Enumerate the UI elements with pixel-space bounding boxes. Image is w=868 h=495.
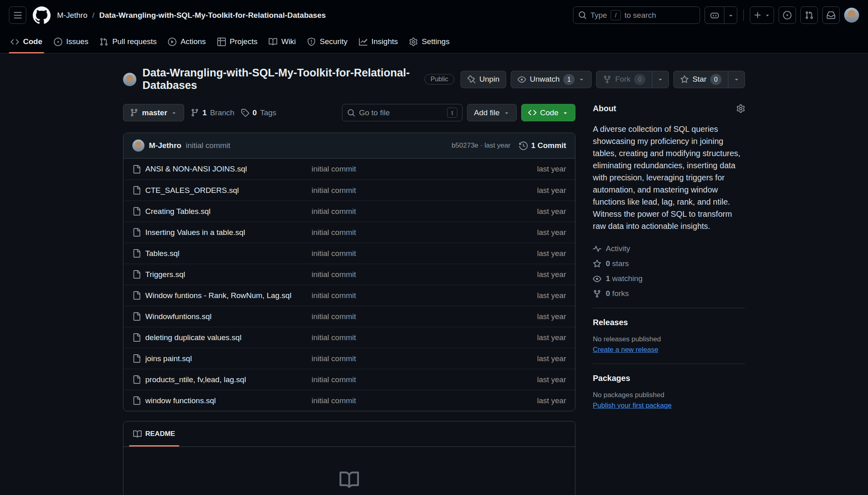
commit-history-link[interactable]: 1 Commit bbox=[519, 141, 566, 150]
tab-label: Projects bbox=[230, 37, 258, 46]
file-name-link[interactable]: Creating Tables.sql bbox=[145, 207, 307, 216]
breadcrumb-owner-link[interactable]: M-Jethro bbox=[57, 11, 87, 20]
file-name-link[interactable]: Triggers.sql bbox=[145, 270, 307, 279]
repo-actions: Unpin Unwatch 1 Fork 0 bbox=[461, 71, 745, 88]
file-commit-message-link[interactable]: initial commit bbox=[312, 291, 501, 300]
table-row: CTE_SALES_ORDERS.sql initial commit last… bbox=[123, 180, 575, 201]
file-name-link[interactable]: Windowfuntions.sql bbox=[145, 312, 307, 321]
tab-security[interactable]: Security bbox=[302, 30, 352, 53]
global-search-input[interactable]: Type / to search bbox=[573, 6, 700, 24]
tab-readme[interactable]: README bbox=[128, 421, 180, 446]
watching-label: watching bbox=[612, 274, 643, 283]
tab-settings[interactable]: Settings bbox=[404, 30, 454, 53]
create-release-link[interactable]: Create a new release bbox=[593, 346, 658, 354]
tab-insights[interactable]: Insights bbox=[354, 30, 403, 53]
file-name-link[interactable]: products_ntile, fv,lead, lag.sql bbox=[145, 375, 307, 384]
forks-link[interactable]: 0 forks bbox=[593, 289, 745, 298]
unpin-button[interactable]: Unpin bbox=[461, 71, 507, 88]
readme-header: README bbox=[123, 421, 575, 447]
star-label: Star bbox=[692, 75, 707, 84]
tab-label: Security bbox=[320, 37, 348, 46]
file-icon bbox=[132, 375, 141, 384]
activity-link[interactable]: Activity bbox=[593, 244, 745, 253]
file-commit-message-link[interactable]: initial commit bbox=[312, 228, 501, 237]
tab-wiki[interactable]: Wiki bbox=[264, 30, 301, 53]
commit-author-avatar[interactable] bbox=[132, 140, 144, 152]
branch-selector-button[interactable]: master bbox=[123, 104, 184, 121]
file-age: last year bbox=[505, 396, 566, 405]
user-avatar[interactable] bbox=[844, 8, 859, 23]
file-age: last year bbox=[505, 375, 566, 384]
star-button[interactable]: Star 0 bbox=[674, 71, 728, 88]
tags-link[interactable]: 0 Tags bbox=[241, 108, 276, 117]
repo-owner-avatar[interactable] bbox=[123, 73, 136, 86]
copilot-button[interactable] bbox=[705, 7, 724, 23]
file-name-link[interactable]: window functions.sql bbox=[145, 396, 307, 405]
watching-link[interactable]: 1 watching bbox=[593, 274, 745, 283]
publish-package-link[interactable]: Publish your first package bbox=[593, 402, 672, 410]
commit-meta: b50273e · last year 1 Commit bbox=[452, 141, 566, 150]
shield-icon bbox=[307, 38, 316, 46]
tab-issues[interactable]: Issues bbox=[49, 30, 93, 53]
file-name-link[interactable]: CTE_SALES_ORDERS.sql bbox=[145, 186, 307, 195]
file-icon bbox=[132, 312, 141, 321]
file-name-link[interactable]: Tables.sql bbox=[145, 249, 307, 258]
search-kbd-slash: / bbox=[611, 10, 621, 20]
create-new-button[interactable] bbox=[750, 6, 774, 24]
copilot-menu-button[interactable] bbox=[724, 7, 737, 23]
file-commit-message-link[interactable]: initial commit bbox=[312, 165, 501, 173]
readme-card: README Add a README bbox=[123, 421, 575, 495]
file-name-link[interactable]: Inserting Values in a table.sql bbox=[145, 228, 307, 237]
file-commit-message-link[interactable]: initial commit bbox=[312, 207, 501, 216]
readme-tab-label: README bbox=[145, 430, 175, 438]
tab-projects[interactable]: Projects bbox=[212, 30, 263, 53]
pull-requests-dashboard-button[interactable] bbox=[800, 6, 818, 24]
chevron-down-icon bbox=[657, 76, 664, 82]
tab-label: Settings bbox=[422, 37, 450, 46]
inbox-button[interactable] bbox=[822, 6, 840, 24]
commit-message-link[interactable]: initial commit bbox=[186, 141, 230, 150]
add-file-button[interactable]: Add file bbox=[467, 104, 516, 121]
file-name-link[interactable]: joins paint.sql bbox=[145, 354, 307, 363]
edit-repo-details-button[interactable] bbox=[736, 104, 745, 113]
tab-pull-requests[interactable]: Pull requests bbox=[95, 30, 161, 53]
search-placeholder-suffix: to search bbox=[624, 11, 656, 20]
file-age: last year bbox=[505, 270, 566, 279]
file-commit-message-link[interactable]: initial commit bbox=[312, 333, 501, 342]
table-row: Windowfuntions.sql initial commit last y… bbox=[123, 306, 575, 327]
commit-author-link[interactable]: M-Jethro bbox=[149, 141, 181, 150]
hamburger-menu-button[interactable] bbox=[9, 6, 26, 24]
star-menu-button[interactable] bbox=[728, 71, 745, 88]
issues-dashboard-button[interactable] bbox=[779, 6, 796, 24]
file-commit-message-link[interactable]: initial commit bbox=[312, 396, 501, 405]
file-commit-message-link[interactable]: initial commit bbox=[312, 354, 501, 363]
github-logo[interactable] bbox=[33, 6, 51, 24]
table-row: window functions.sql initial commit last… bbox=[123, 390, 575, 411]
unwatch-button[interactable]: Unwatch 1 bbox=[511, 71, 592, 88]
stars-link[interactable]: 0 stars bbox=[593, 259, 745, 268]
file-name-link[interactable]: Window funtions - Rank, RowNum, Lag.sql bbox=[145, 291, 307, 300]
go-to-file-input[interactable] bbox=[359, 108, 444, 117]
file-commit-message-link[interactable]: initial commit bbox=[312, 270, 501, 279]
book-icon bbox=[340, 470, 359, 490]
fork-button[interactable]: Fork 0 bbox=[596, 71, 652, 88]
file-name-link[interactable]: deleting duplicate values.sql bbox=[145, 333, 307, 342]
table-row: Window funtions - Rank, RowNum, Lag.sql … bbox=[123, 285, 575, 306]
commit-sha-link[interactable]: b50273e · last year bbox=[452, 142, 511, 150]
breadcrumb-separator: / bbox=[92, 11, 94, 20]
tab-actions[interactable]: Actions bbox=[163, 30, 210, 53]
tab-label: Pull requests bbox=[112, 37, 157, 46]
file-commit-message-link[interactable]: initial commit bbox=[312, 375, 501, 384]
tags-count: 0 bbox=[253, 108, 257, 117]
chevron-down-icon bbox=[171, 110, 177, 116]
file-commit-message-link[interactable]: initial commit bbox=[312, 312, 501, 321]
fork-menu-button[interactable] bbox=[652, 71, 669, 88]
branches-link[interactable]: 1 Branch bbox=[191, 108, 234, 117]
file-name-link[interactable]: ANSI & NON-ANSI JOINS.sql bbox=[145, 165, 307, 173]
tab-code[interactable]: Code bbox=[6, 30, 47, 53]
code-download-button[interactable]: Code bbox=[521, 104, 575, 121]
breadcrumb-repo-link[interactable]: Data-Wrangling-with-SQL-My-Toolkit-for-R… bbox=[99, 11, 326, 20]
file-commit-message-link[interactable]: initial commit bbox=[312, 249, 501, 258]
repo-description: A diverse collection of SQL queries show… bbox=[593, 123, 745, 232]
file-commit-message-link[interactable]: initial commit bbox=[312, 186, 501, 195]
